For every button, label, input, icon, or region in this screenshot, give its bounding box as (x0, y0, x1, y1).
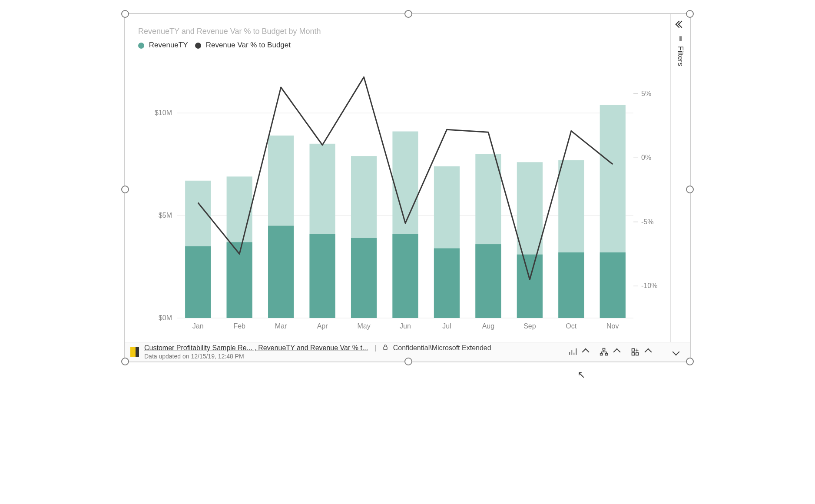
svg-text:0%: 0% (641, 154, 651, 161)
svg-text:Feb: Feb (233, 322, 245, 330)
legend-label: RevenueTY (149, 41, 188, 49)
resize-handle-e[interactable] (686, 186, 694, 193)
svg-rect-42 (558, 252, 584, 318)
powerbi-logo-icon (130, 347, 139, 357)
svg-rect-53 (636, 353, 639, 355)
hierarchy-icon (598, 346, 610, 358)
svg-rect-50 (605, 353, 607, 355)
svg-rect-52 (632, 353, 635, 355)
svg-rect-47 (384, 347, 387, 349)
chart-plot-area[interactable]: $0M$5M$10M-10%-5%0%5%JanFebMarAprMayJunJ… (138, 57, 668, 331)
resize-handle-se[interactable] (686, 358, 694, 365)
svg-text:$10M: $10M (155, 109, 172, 116)
grid-plus-icon (629, 346, 641, 358)
legend-item-revenue[interactable]: RevenueTY (138, 41, 190, 49)
svg-text:Oct: Oct (566, 322, 576, 330)
svg-text:Apr: Apr (317, 322, 328, 330)
visual-container[interactable]: RevenueTY and Revenue Var % to Budget by… (124, 13, 691, 362)
svg-text:Nov: Nov (606, 322, 619, 330)
svg-rect-24 (310, 234, 335, 318)
chart-title: RevenueTY and Revenue Var % to Budget by… (138, 27, 321, 36)
filters-expand-icon[interactable] (674, 18, 686, 30)
slider-icon: ⫴ (679, 35, 682, 43)
chart-legend: RevenueTY Revenue Var % to Budget (138, 41, 296, 50)
svg-rect-33 (434, 249, 460, 318)
legend-label: Revenue Var % to Budget (206, 41, 291, 49)
resize-handle-s[interactable] (404, 358, 412, 365)
svg-text:May: May (357, 322, 370, 330)
svg-text:-5%: -5% (641, 218, 653, 225)
svg-text:Jan: Jan (192, 322, 204, 330)
svg-text:Mar: Mar (275, 322, 287, 330)
resize-handle-ne[interactable] (686, 10, 694, 18)
svg-text:$5M: $5M (159, 212, 172, 219)
svg-text:5%: 5% (641, 90, 651, 97)
legend-swatch-variance (195, 43, 201, 49)
filters-pane[interactable]: ⫴ Filters (670, 14, 690, 346)
legend-item-variance[interactable]: Revenue Var % to Budget (195, 41, 291, 49)
chevron-up-icon[interactable] (642, 346, 654, 358)
resize-handle-sw[interactable] (121, 358, 129, 365)
svg-text:Sep: Sep (523, 322, 536, 330)
resize-handle-nw[interactable] (121, 10, 129, 18)
svg-text:-10%: -10% (641, 282, 657, 289)
drill-down-group[interactable] (598, 346, 623, 358)
filters-label: Filters (676, 46, 685, 66)
resize-handle-n[interactable] (404, 10, 412, 18)
svg-rect-27 (351, 238, 377, 318)
bar-chart-icon (567, 346, 579, 358)
lock-icon (382, 344, 390, 351)
sensitivity-label: Confidential\Microsoft Extended (393, 344, 491, 351)
cursor-icon: ↖ (577, 369, 585, 378)
svg-rect-39 (517, 255, 543, 318)
svg-rect-15 (185, 246, 211, 318)
breadcrumb-link[interactable]: Customer Profitability Sample Re... , Re… (144, 344, 368, 351)
svg-rect-30 (392, 234, 418, 318)
svg-rect-49 (600, 353, 603, 355)
svg-rect-51 (632, 349, 635, 351)
svg-rect-21 (268, 226, 294, 318)
legend-swatch-revenue (138, 43, 144, 49)
svg-text:Jul: Jul (442, 322, 451, 330)
svg-text:Jun: Jun (400, 322, 411, 330)
drill-up-group[interactable] (567, 346, 592, 358)
data-updated-label: Data updated on 12/15/19, 12:48 PM (144, 353, 491, 360)
chevron-down-icon[interactable] (670, 346, 682, 358)
svg-text:$0M: $0M (159, 314, 172, 322)
chevron-up-icon[interactable] (611, 346, 623, 358)
separator: | (374, 344, 376, 351)
svg-rect-36 (475, 244, 501, 318)
expand-group[interactable] (629, 346, 654, 358)
resize-handle-w[interactable] (121, 186, 129, 193)
svg-text:Aug: Aug (482, 322, 494, 330)
svg-rect-48 (603, 348, 605, 350)
chevron-up-icon[interactable] (580, 346, 592, 358)
more-group[interactable] (670, 346, 682, 358)
svg-rect-45 (600, 252, 626, 318)
